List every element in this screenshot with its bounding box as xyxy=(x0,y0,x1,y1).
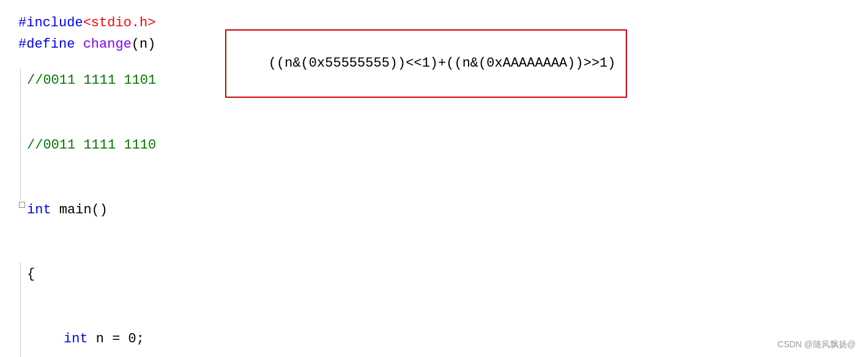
main-name: main() xyxy=(59,199,108,221)
stdio-header: <stdio.h> xyxy=(83,12,156,34)
macro-param: (n) xyxy=(132,34,156,55)
macro-name: change xyxy=(83,34,132,55)
comment-1: //0011 1111 1101 xyxy=(27,70,156,91)
main-func xyxy=(51,199,59,221)
macro-popup: ((n&(0x55555555))<<1)+((n&(0xAAAAAAAA))>… xyxy=(225,29,627,98)
popup-content: ((n&(0x55555555))<<1)+((n&(0xAAAAAAAA))>… xyxy=(269,56,616,71)
code-editor: #include<stdio.h> #define change(n) ((n&… xyxy=(0,0,868,357)
comment-2: //0011 1111 1110 xyxy=(27,134,156,156)
brace-open: { xyxy=(27,263,35,285)
preprocessor-define: #define xyxy=(18,34,83,55)
keyword-int-main: int xyxy=(27,199,51,221)
watermark: CSDN @随风飘扬@ xyxy=(777,337,856,351)
preprocessor-include: #include xyxy=(18,12,83,34)
var-decl: n = 0; xyxy=(88,328,144,350)
line-5: int main() xyxy=(18,199,850,264)
line-4: //0011 1111 1110 xyxy=(18,134,850,199)
line-6: { xyxy=(18,263,850,328)
keyword-int-n: int xyxy=(64,328,88,350)
line-7: int n = 0; xyxy=(18,328,850,357)
